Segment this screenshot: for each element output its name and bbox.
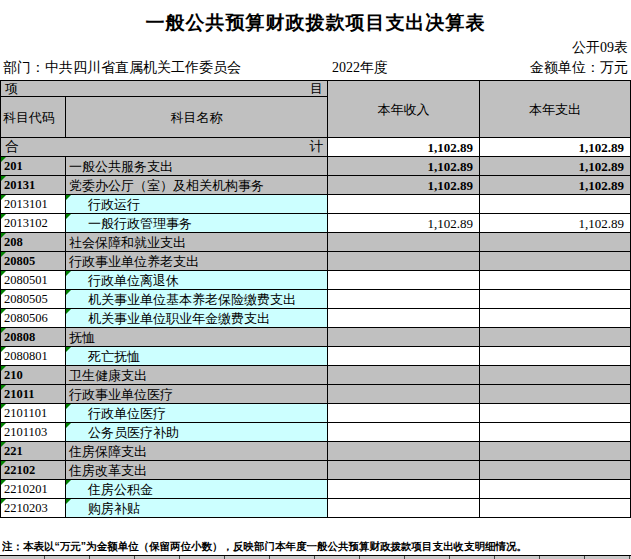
total-row-label[interactable]: 合 计	[1, 138, 328, 157]
code-cell[interactable]: 208	[1, 233, 66, 252]
expense-cell[interactable]	[480, 233, 631, 252]
expense-cell[interactable]	[480, 347, 631, 366]
code-cell[interactable]: 20131	[1, 176, 66, 195]
name-cell[interactable]: 行政单位医疗	[66, 404, 328, 423]
header-cell-income[interactable]: 本年收入	[328, 81, 480, 138]
income-cell[interactable]: 1,102.89	[328, 157, 480, 176]
code-cell[interactable]: 21011	[1, 385, 66, 404]
income-cell[interactable]: 1,102.89	[328, 176, 480, 195]
department-label: 部门：中共四川省直属机关工作委员会	[3, 59, 241, 77]
expense-cell[interactable]	[480, 366, 631, 385]
expense-cell[interactable]: 1,102.89	[480, 176, 631, 195]
expense-cell[interactable]	[480, 252, 631, 271]
name-cell[interactable]: 党委办公厅（室）及相关机构事务	[66, 176, 328, 195]
name-cell[interactable]: 死亡抚恤	[66, 347, 328, 366]
expense-cell[interactable]	[480, 461, 631, 480]
income-cell[interactable]: 1,102.89	[328, 214, 480, 233]
total-label-left: 合	[5, 140, 19, 154]
error-triangle-icon	[66, 423, 71, 428]
expense-cell[interactable]	[480, 499, 631, 518]
header-project-left: 项	[5, 82, 18, 95]
income-cell[interactable]	[328, 442, 480, 461]
name-cell[interactable]: 一般公共服务支出	[66, 157, 328, 176]
code-cell[interactable]: 20805	[1, 252, 66, 271]
income-cell[interactable]	[328, 366, 480, 385]
expense-cell[interactable]	[480, 328, 631, 347]
code-cell[interactable]: 2013102	[1, 214, 66, 233]
name-cell[interactable]: 住房保障支出	[66, 442, 328, 461]
name-cell[interactable]: 行政事业单位养老支出	[66, 252, 328, 271]
name-cell[interactable]: 行政事业单位医疗	[66, 385, 328, 404]
name-cell[interactable]: 住房改革支出	[66, 461, 328, 480]
header-cell-name[interactable]: 科目名称	[66, 97, 328, 138]
name-cell[interactable]: 机关事业单位基本养老保险缴费支出	[66, 290, 328, 309]
code-cell[interactable]: 210	[1, 366, 66, 385]
income-cell[interactable]	[328, 233, 480, 252]
error-triangle-icon	[66, 195, 71, 200]
error-triangle-icon	[1, 271, 6, 276]
income-cell[interactable]	[328, 290, 480, 309]
expense-cell[interactable]	[480, 442, 631, 461]
total-income-cell[interactable]: 1,102.89	[328, 138, 480, 157]
error-triangle-icon	[1, 499, 6, 504]
expense-cell[interactable]: 1,102.89	[480, 214, 631, 233]
name-cell[interactable]: 公务员医疗补助	[66, 423, 328, 442]
code-cell[interactable]: 221	[1, 442, 66, 461]
error-triangle-icon	[1, 423, 6, 428]
code-cell[interactable]: 2013101	[1, 195, 66, 214]
name-cell[interactable]: 购房补贴	[66, 499, 328, 518]
code-cell[interactable]: 22102	[1, 461, 66, 480]
income-cell[interactable]	[328, 252, 480, 271]
income-cell[interactable]	[328, 423, 480, 442]
income-cell[interactable]	[328, 404, 480, 423]
name-cell[interactable]: 行政单位离退休	[66, 271, 328, 290]
income-cell[interactable]	[328, 309, 480, 328]
name-cell[interactable]: 抚恤	[66, 328, 328, 347]
expense-cell[interactable]	[480, 195, 631, 214]
code-cell[interactable]: 2210201	[1, 480, 66, 499]
income-cell[interactable]	[328, 271, 480, 290]
code-cell[interactable]: 2101101	[1, 404, 66, 423]
error-triangle-icon	[1, 347, 6, 352]
income-cell[interactable]	[328, 461, 480, 480]
income-cell[interactable]	[328, 347, 480, 366]
code-cell[interactable]: 2101103	[1, 423, 66, 442]
header-cell-expense[interactable]: 本年支出	[480, 81, 631, 138]
income-cell[interactable]	[328, 328, 480, 347]
expense-cell[interactable]	[480, 290, 631, 309]
code-cell[interactable]: 2080801	[1, 347, 66, 366]
name-cell[interactable]: 机关事业单位职业年金缴费支出	[66, 309, 328, 328]
name-cell[interactable]: 住房公积金	[66, 480, 328, 499]
code-cell[interactable]: 2080501	[1, 271, 66, 290]
income-cell[interactable]	[328, 195, 480, 214]
header-cell-code[interactable]: 科目代码	[1, 97, 66, 138]
error-triangle-icon	[1, 442, 6, 447]
code-cell[interactable]: 201	[1, 157, 66, 176]
name-cell[interactable]: 行政运行	[66, 195, 328, 214]
name-cell[interactable]: 社会保障和就业支出	[66, 233, 328, 252]
code-cell[interactable]: 2080506	[1, 309, 66, 328]
name-cell[interactable]: 一般行政管理事务	[66, 214, 328, 233]
income-cell[interactable]	[328, 480, 480, 499]
error-triangle-icon	[1, 290, 6, 295]
income-cell[interactable]	[328, 499, 480, 518]
code-cell[interactable]: 2080505	[1, 290, 66, 309]
budget-table: 项 目 本年收入 本年支出 科目代码 科目名称 合 计 1,102.89 1,1…	[0, 80, 631, 518]
expense-cell[interactable]	[480, 480, 631, 499]
expense-cell[interactable]	[480, 423, 631, 442]
error-triangle-icon	[1, 404, 6, 409]
error-triangle-icon	[66, 214, 71, 219]
total-expense-cell[interactable]: 1,102.89	[480, 138, 631, 157]
meta-row: 部门：中共四川省直属机关工作委员会 2022年度 金额单位：万元	[0, 59, 631, 78]
expense-cell[interactable]: 1,102.89	[480, 157, 631, 176]
expense-cell[interactable]	[480, 404, 631, 423]
expense-cell[interactable]	[480, 271, 631, 290]
income-cell[interactable]	[328, 385, 480, 404]
expense-cell[interactable]	[480, 309, 631, 328]
code-cell[interactable]: 2210203	[1, 499, 66, 518]
header-cell-project[interactable]: 项 目	[1, 81, 328, 97]
code-cell[interactable]: 20808	[1, 328, 66, 347]
expense-cell[interactable]	[480, 385, 631, 404]
name-cell[interactable]: 卫生健康支出	[66, 366, 328, 385]
error-triangle-icon	[66, 347, 71, 352]
